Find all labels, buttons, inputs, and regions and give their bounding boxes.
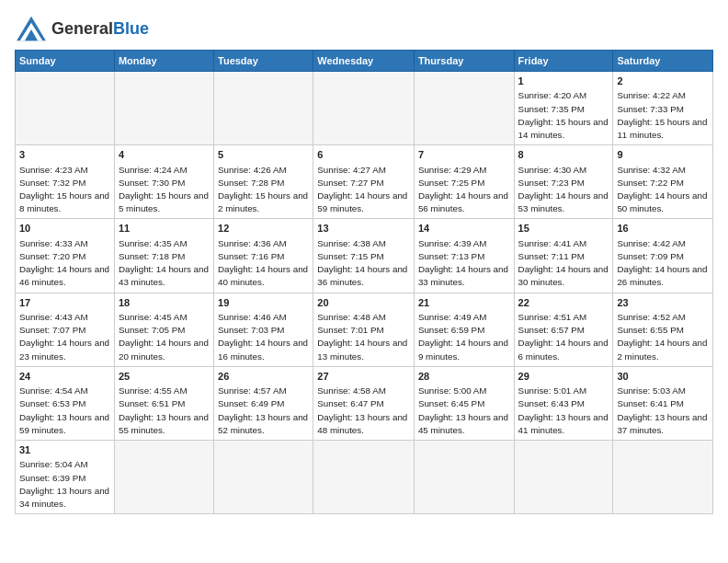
day-number: 1	[518, 75, 609, 88]
calendar-cell: 4Sunrise: 4:24 AM Sunset: 7:30 PM Daylig…	[114, 145, 213, 219]
day-number: 19	[218, 296, 309, 310]
day-number: 8	[518, 148, 609, 162]
day-info: Sunrise: 4:39 AM Sunset: 7:13 PM Dayligh…	[418, 237, 510, 290]
generalblue-logo-icon	[15, 15, 48, 42]
day-info: Sunrise: 4:36 AM Sunset: 7:16 PM Dayligh…	[218, 237, 309, 290]
calendar-cell	[114, 72, 213, 145]
calendar-cell: 25Sunrise: 4:55 AM Sunset: 6:51 PM Dayli…	[114, 366, 213, 440]
day-info: Sunrise: 4:52 AM Sunset: 6:55 PM Dayligh…	[617, 311, 709, 363]
day-number: 26	[218, 370, 309, 384]
weekday-header-row: SundayMondayTuesdayWednesdayThursdayFrid…	[16, 51, 713, 72]
calendar-cell: 12Sunrise: 4:36 AM Sunset: 7:16 PM Dayli…	[214, 219, 313, 293]
day-info: Sunrise: 4:35 AM Sunset: 7:18 PM Dayligh…	[119, 237, 210, 290]
day-number: 10	[19, 222, 110, 236]
day-number: 21	[418, 296, 510, 310]
day-info: Sunrise: 4:43 AM Sunset: 7:07 PM Dayligh…	[19, 311, 110, 363]
day-info: Sunrise: 5:01 AM Sunset: 6:43 PM Dayligh…	[518, 385, 609, 437]
day-info: Sunrise: 4:32 AM Sunset: 7:22 PM Dayligh…	[617, 164, 709, 216]
calendar-cell: 1Sunrise: 4:20 AM Sunset: 7:35 PM Daylig…	[514, 72, 613, 145]
day-number: 9	[617, 148, 709, 162]
weekday-header-saturday: Saturday	[613, 51, 713, 72]
calendar-cell: 15Sunrise: 4:41 AM Sunset: 7:11 PM Dayli…	[514, 219, 613, 293]
day-info: Sunrise: 4:51 AM Sunset: 6:57 PM Dayligh…	[518, 311, 609, 363]
calendar-cell	[414, 441, 514, 514]
calendar-cell: 20Sunrise: 4:48 AM Sunset: 7:01 PM Dayli…	[313, 293, 415, 366]
calendar-cell	[313, 441, 415, 514]
calendar-cell: 27Sunrise: 4:58 AM Sunset: 6:47 PM Dayli…	[313, 366, 415, 440]
calendar-cell	[214, 72, 313, 145]
day-number: 14	[418, 222, 510, 236]
day-info: Sunrise: 4:30 AM Sunset: 7:23 PM Dayligh…	[518, 164, 609, 216]
day-number: 17	[19, 296, 110, 310]
day-number: 20	[317, 296, 410, 310]
day-number: 29	[518, 370, 609, 384]
calendar-cell: 28Sunrise: 5:00 AM Sunset: 6:45 PM Dayli…	[414, 366, 514, 440]
day-number: 24	[19, 370, 110, 384]
calendar-cell: 13Sunrise: 4:38 AM Sunset: 7:15 PM Dayli…	[313, 219, 415, 293]
calendar-cell: 23Sunrise: 4:52 AM Sunset: 6:55 PM Dayli…	[613, 293, 713, 366]
calendar-cell: 9Sunrise: 4:32 AM Sunset: 7:22 PM Daylig…	[613, 145, 713, 219]
calendar-cell: 7Sunrise: 4:29 AM Sunset: 7:25 PM Daylig…	[414, 145, 514, 219]
calendar-cell: 3Sunrise: 4:23 AM Sunset: 7:32 PM Daylig…	[16, 145, 115, 219]
weekday-header-wednesday: Wednesday	[313, 51, 415, 72]
calendar-cell: 22Sunrise: 4:51 AM Sunset: 6:57 PM Dayli…	[514, 293, 613, 366]
weekday-header-sunday: Sunday	[16, 51, 115, 72]
day-info: Sunrise: 5:03 AM Sunset: 6:41 PM Dayligh…	[617, 385, 709, 437]
weekday-header-monday: Monday	[114, 51, 213, 72]
day-info: Sunrise: 4:26 AM Sunset: 7:28 PM Dayligh…	[218, 164, 309, 216]
calendar-cell: 17Sunrise: 4:43 AM Sunset: 7:07 PM Dayli…	[16, 293, 115, 366]
day-number: 27	[317, 370, 410, 384]
day-info: Sunrise: 4:38 AM Sunset: 7:15 PM Dayligh…	[317, 237, 410, 290]
calendar-cell: 11Sunrise: 4:35 AM Sunset: 7:18 PM Dayli…	[114, 219, 213, 293]
logo: GeneralBlue	[15, 15, 149, 42]
calendar-cell: 5Sunrise: 4:26 AM Sunset: 7:28 PM Daylig…	[214, 145, 313, 219]
day-info: Sunrise: 4:33 AM Sunset: 7:20 PM Dayligh…	[19, 237, 110, 290]
day-number: 6	[317, 148, 410, 162]
calendar-cell: 31Sunrise: 5:04 AM Sunset: 6:39 PM Dayli…	[16, 441, 115, 514]
calendar-cell: 2Sunrise: 4:22 AM Sunset: 7:33 PM Daylig…	[613, 72, 713, 145]
day-number: 13	[317, 222, 410, 236]
day-info: Sunrise: 4:23 AM Sunset: 7:32 PM Dayligh…	[19, 164, 110, 216]
week-row-2: 10Sunrise: 4:33 AM Sunset: 7:20 PM Dayli…	[16, 219, 713, 293]
day-number: 18	[119, 296, 210, 310]
weekday-header-tuesday: Tuesday	[214, 51, 313, 72]
day-number: 25	[119, 370, 210, 384]
week-row-3: 17Sunrise: 4:43 AM Sunset: 7:07 PM Dayli…	[16, 293, 713, 366]
day-info: Sunrise: 4:29 AM Sunset: 7:25 PM Dayligh…	[418, 164, 510, 216]
calendar-cell: 14Sunrise: 4:39 AM Sunset: 7:13 PM Dayli…	[414, 219, 514, 293]
day-info: Sunrise: 4:48 AM Sunset: 7:01 PM Dayligh…	[317, 311, 410, 363]
calendar-cell: 10Sunrise: 4:33 AM Sunset: 7:20 PM Dayli…	[16, 219, 115, 293]
day-info: Sunrise: 4:41 AM Sunset: 7:11 PM Dayligh…	[518, 237, 609, 290]
day-info: Sunrise: 5:00 AM Sunset: 6:45 PM Dayligh…	[418, 385, 510, 437]
day-number: 30	[617, 370, 709, 384]
calendar-cell: 18Sunrise: 4:45 AM Sunset: 7:05 PM Dayli…	[114, 293, 213, 366]
calendar-cell: 30Sunrise: 5:03 AM Sunset: 6:41 PM Dayli…	[613, 366, 713, 440]
day-info: Sunrise: 4:49 AM Sunset: 6:59 PM Dayligh…	[418, 311, 510, 363]
calendar-cell	[514, 441, 613, 514]
day-number: 7	[418, 148, 510, 162]
day-info: Sunrise: 4:20 AM Sunset: 7:35 PM Dayligh…	[518, 89, 609, 142]
day-info: Sunrise: 4:57 AM Sunset: 6:49 PM Dayligh…	[218, 385, 309, 437]
day-info: Sunrise: 5:04 AM Sunset: 6:39 PM Dayligh…	[19, 458, 110, 511]
week-row-5: 31Sunrise: 5:04 AM Sunset: 6:39 PM Dayli…	[16, 441, 713, 514]
day-number: 28	[418, 370, 510, 384]
calendar-cell	[613, 441, 713, 514]
day-number: 16	[617, 222, 709, 236]
calendar-cell: 8Sunrise: 4:30 AM Sunset: 7:23 PM Daylig…	[514, 145, 613, 219]
calendar-cell	[114, 441, 213, 514]
calendar-table: SundayMondayTuesdayWednesdayThursdayFrid…	[15, 50, 713, 514]
calendar-cell: 24Sunrise: 4:54 AM Sunset: 6:53 PM Dayli…	[16, 366, 115, 440]
weekday-header-friday: Friday	[514, 51, 613, 72]
day-number: 15	[518, 222, 609, 236]
day-number: 3	[19, 148, 110, 162]
day-number: 12	[218, 222, 309, 236]
day-info: Sunrise: 4:45 AM Sunset: 7:05 PM Dayligh…	[119, 311, 210, 363]
day-info: Sunrise: 4:54 AM Sunset: 6:53 PM Dayligh…	[19, 385, 110, 437]
day-number: 22	[518, 296, 609, 310]
calendar-cell: 6Sunrise: 4:27 AM Sunset: 7:27 PM Daylig…	[313, 145, 415, 219]
day-info: Sunrise: 4:24 AM Sunset: 7:30 PM Dayligh…	[119, 164, 210, 216]
day-info: Sunrise: 4:46 AM Sunset: 7:03 PM Dayligh…	[218, 311, 309, 363]
calendar-cell: 21Sunrise: 4:49 AM Sunset: 6:59 PM Dayli…	[414, 293, 514, 366]
day-info: Sunrise: 4:42 AM Sunset: 7:09 PM Dayligh…	[617, 237, 709, 290]
calendar-cell	[214, 441, 313, 514]
